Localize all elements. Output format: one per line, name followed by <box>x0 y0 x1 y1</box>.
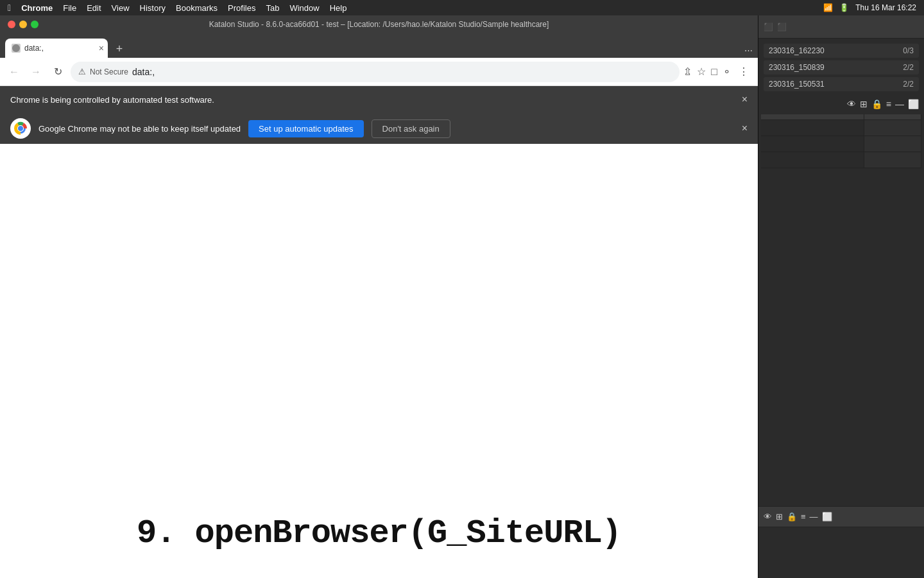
chrome-tabbar: data:, × + ⋯ <box>0 33 758 58</box>
extension-icon[interactable]: □ <box>711 66 717 78</box>
bottom-menu-icon[interactable]: ≡ <box>801 512 806 521</box>
share-icon[interactable]: ⇫ <box>683 66 692 78</box>
katalon-test-rows: 230316_162230 0/3 230316_150839 2/2 2303… <box>758 39 924 96</box>
katalon-test-row-3[interactable]: 230316_150531 2/2 <box>764 77 919 91</box>
forward-button[interactable]: → <box>27 63 45 81</box>
battery-icon: 🔋 <box>839 3 849 12</box>
action-label: 9. openBrowser(G_SiteURL) <box>0 514 758 552</box>
update-notification-bar: Google Chrome may not be able to keep it… <box>0 113 758 144</box>
chrome-logo-icon <box>10 118 31 139</box>
menu-edit[interactable]: Edit <box>87 3 101 13</box>
chrome-titlebar: Katalon Studio - 8.6.0-aca66d01 - test –… <box>0 15 758 33</box>
katalon-toolbar-icon-2[interactable]: ⬛ <box>777 22 787 31</box>
update-bar-message: Google Chrome may not be able to keep it… <box>38 124 241 134</box>
katalon-expand-icon[interactable]: ⬜ <box>908 99 919 109</box>
table-cell-3-1 <box>761 152 864 168</box>
address-right-icons: ⇫ ☆ □ ⚬ <box>683 66 731 78</box>
table-cell-1-2 <box>864 120 921 136</box>
chrome-addressbar: ← → ↻ ⚠ Not Secure data:, ⇫ ☆ □ ⚬ ⋮ <box>0 58 758 86</box>
tab-search-icon[interactable]: ⋯ <box>744 46 753 55</box>
table-row-2[interactable] <box>761 136 921 152</box>
table-col-1 <box>761 114 864 119</box>
window-close-button[interactable] <box>8 21 15 28</box>
notification-close-button[interactable]: × <box>742 94 748 105</box>
browser-content-area: 9. openBrowser(G_SiteURL) <box>0 144 758 578</box>
main-layout: Katalon Studio - 8.6.0-aca66d01 - test –… <box>0 15 924 578</box>
table-cell-3-2 <box>864 152 921 168</box>
test-row-count-3: 2/2 <box>903 80 914 89</box>
katalon-test-row-1[interactable]: 230316_162230 0/3 <box>764 44 919 58</box>
dont-ask-again-button[interactable]: Don't ask again <box>372 119 450 138</box>
not-secure-badge: Not Secure <box>90 67 128 76</box>
bottom-expand-icon[interactable]: ⬜ <box>822 512 832 521</box>
bookmark-icon[interactable]: ☆ <box>697 66 706 78</box>
katalon-eye-icon[interactable]: 👁 <box>847 99 856 109</box>
profile-icon[interactable]: ⚬ <box>723 66 731 78</box>
bottom-lock-icon[interactable]: 🔒 <box>787 512 797 521</box>
menu-file[interactable]: File <box>63 3 76 13</box>
katalon-top-toolbar: ⬛ ⬛ <box>758 15 924 39</box>
katalon-note-area <box>758 527 924 578</box>
back-button[interactable]: ← <box>5 63 23 81</box>
tab-favicon <box>12 44 21 53</box>
test-row-name-2: 230316_150839 <box>769 63 825 72</box>
update-bar-close-button[interactable]: × <box>742 123 748 134</box>
svg-point-6 <box>18 126 23 131</box>
katalon-lock-icon[interactable]: 🔒 <box>871 99 882 109</box>
table-row-3[interactable] <box>761 152 921 168</box>
bottom-table-icon[interactable]: ⊞ <box>776 512 783 521</box>
window-controls <box>8 21 38 28</box>
test-row-count-1: 0/3 <box>903 46 914 55</box>
menu-help[interactable]: Help <box>330 3 347 13</box>
mac-status-icons: 📶 🔋 Thu 16 Mar 16:22 <box>823 3 916 12</box>
mac-menubar:  Chrome File Edit View History Bookmark… <box>0 0 924 15</box>
test-row-name-1: 230316_162230 <box>769 46 825 55</box>
mac-clock: Thu 16 Mar 16:22 <box>855 3 916 12</box>
table-cell-2-2 <box>864 136 921 152</box>
menu-history[interactable]: History <box>140 3 166 13</box>
new-tab-button[interactable]: + <box>110 40 128 58</box>
active-tab[interactable]: data:, × <box>5 39 108 58</box>
table-col-2 <box>864 114 921 119</box>
wifi-icon: 📶 <box>823 3 833 12</box>
tab-close-button[interactable]: × <box>99 43 104 53</box>
reload-button[interactable]: ↻ <box>49 63 67 81</box>
bottom-collapse-icon[interactable]: — <box>810 512 818 521</box>
table-row-1[interactable] <box>761 120 921 136</box>
lock-icon: ⚠ <box>78 67 86 76</box>
table-cell-2-1 <box>761 136 864 152</box>
window-title: Katalon Studio - 8.6.0-aca66d01 - test –… <box>209 20 549 29</box>
apple-icon[interactable]:  <box>8 3 11 13</box>
katalon-table-icon[interactable]: ⊞ <box>860 99 868 109</box>
katalon-table-area <box>761 114 921 504</box>
bottom-eye-icon[interactable]: 👁 <box>764 512 772 521</box>
test-row-name-3: 230316_150531 <box>769 80 825 89</box>
katalon-panel: ⬛ ⬛ 230316_162230 0/3 230316_150839 2/2 … <box>758 15 924 578</box>
setup-updates-button[interactable]: Set up automatic updates <box>248 120 363 137</box>
table-cell-1-1 <box>761 120 864 136</box>
menu-tab[interactable]: Tab <box>266 3 279 13</box>
window-maximize-button[interactable] <box>31 21 38 28</box>
notification-message: Chrome is being controlled by automated … <box>10 95 214 105</box>
menu-chrome[interactable]: Chrome <box>21 3 53 13</box>
katalon-menu-icon[interactable]: ≡ <box>886 99 891 109</box>
katalon-test-row-2[interactable]: 230316_150839 2/2 <box>764 60 919 74</box>
katalon-bottom-toolbar: 👁 ⊞ 🔒 ≡ — ⬜ <box>758 506 924 527</box>
katalon-table-header <box>761 114 921 120</box>
katalon-toolbar-icon-1[interactable]: ⬛ <box>764 22 773 31</box>
menu-profiles[interactable]: Profiles <box>228 3 255 13</box>
menu-window[interactable]: Window <box>289 3 319 13</box>
menu-bookmarks[interactable]: Bookmarks <box>176 3 218 13</box>
tab-right-controls: ⋯ <box>744 46 753 58</box>
katalon-collapse-icon[interactable]: — <box>895 99 904 109</box>
svg-point-0 <box>12 44 20 52</box>
tab-label: data:, <box>24 44 44 53</box>
menu-view[interactable]: View <box>112 3 130 13</box>
katalon-mid-toolbar: 👁 ⊞ 🔒 ≡ — ⬜ <box>758 96 924 112</box>
test-row-count-2: 2/2 <box>903 63 914 72</box>
address-bar[interactable]: ⚠ Not Secure data:, <box>71 62 680 82</box>
address-text: data:, <box>132 67 672 77</box>
automated-test-notification: Chrome is being controlled by automated … <box>0 86 758 113</box>
window-minimize-button[interactable] <box>19 21 27 28</box>
chrome-menu-button[interactable]: ⋮ <box>735 63 753 81</box>
